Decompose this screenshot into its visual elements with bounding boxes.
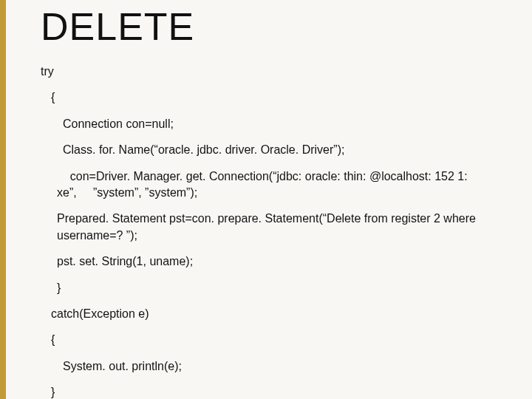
code-line: Prepared. Statement pst=con. prepare. St…: [41, 211, 491, 244]
code-line: con=Driver. Manager. get. Connection(“jd…: [41, 168, 491, 202]
slide-title: DELETE: [41, 4, 491, 49]
code-line: System. out. println(e);: [41, 358, 491, 375]
code-line: Class. for. Name(“oracle. jdbc. driver. …: [41, 142, 491, 158]
code-line: }: [41, 384, 491, 399]
code-line: {: [41, 89, 491, 106]
code-line: {: [41, 332, 491, 348]
code-block: try { Connection con=null; Class. for. N…: [41, 64, 491, 399]
slide-content: DELETE try { Connection con=null; Class.…: [41, 0, 491, 399]
accent-bar: [0, 0, 6, 399]
code-line: catch(Exception e): [41, 306, 491, 322]
code-line: pst. set. String(1, uname);: [41, 253, 491, 270]
code-line: Connection con=null;: [41, 116, 491, 132]
code-line: try: [41, 64, 491, 80]
code-line: }: [41, 280, 491, 296]
